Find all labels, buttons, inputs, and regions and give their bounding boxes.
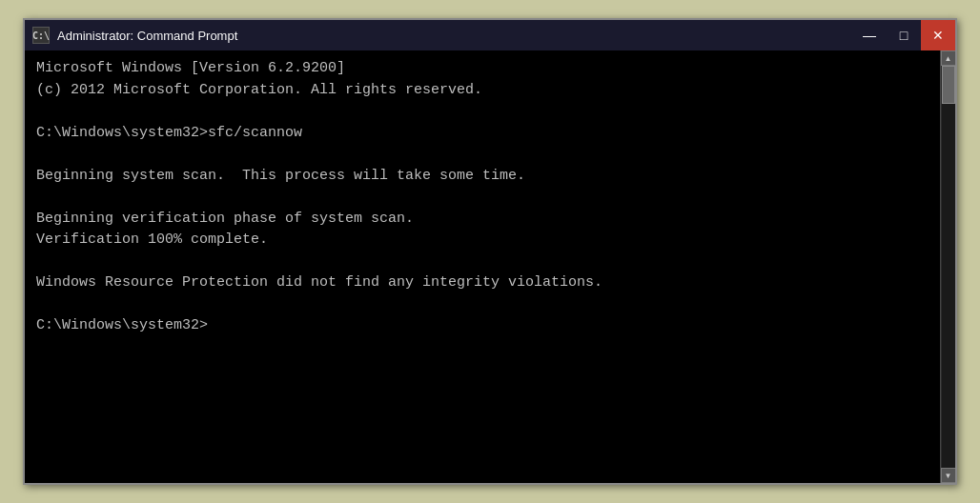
- terminal-line: Beginning system scan. This process will…: [36, 166, 929, 188]
- command-prompt-window: C:\ Administrator: Command Prompt — □ ✕ …: [23, 18, 957, 485]
- title-bar: C:\ Administrator: Command Prompt — □ ✕: [25, 20, 955, 50]
- title-controls: — □ ✕: [852, 20, 955, 50]
- scrollbar-thumb[interactable]: [942, 66, 955, 104]
- terminal-line: Microsoft Windows [Version 6.2.9200]: [36, 58, 929, 80]
- terminal-line: Verification 100% complete.: [36, 230, 929, 252]
- scroll-down-button[interactable]: ▼: [941, 468, 956, 483]
- terminal-line: Beginning verification phase of system s…: [36, 209, 929, 231]
- title-bar-left: C:\ Administrator: Command Prompt: [32, 27, 314, 44]
- terminal-line: [36, 187, 929, 209]
- window-title: Administrator: Command Prompt: [57, 29, 237, 43]
- scrollbar[interactable]: ▲ ▼: [940, 50, 955, 483]
- minimize-button[interactable]: —: [852, 20, 887, 50]
- cmd-icon: C:\: [32, 27, 50, 44]
- terminal-line: [36, 294, 929, 316]
- terminal-line: C:\Windows\system32>sfc/scannow: [36, 123, 929, 145]
- close-button[interactable]: ✕: [921, 20, 955, 50]
- terminal-line: [36, 144, 929, 166]
- terminal-line: [36, 101, 929, 123]
- terminal-line: (c) 2012 Microsoft Corporation. All righ…: [36, 80, 929, 102]
- scrollbar-track[interactable]: [942, 66, 955, 468]
- terminal-line: C:\Windows\system32>: [36, 315, 929, 337]
- maximize-button[interactable]: □: [887, 20, 921, 50]
- terminal-line: Windows Resource Protection did not find…: [36, 272, 929, 294]
- terminal-line: [36, 252, 929, 273]
- scroll-up-button[interactable]: ▲: [941, 50, 956, 66]
- terminal-output[interactable]: Microsoft Windows [Version 6.2.9200](c) …: [25, 50, 940, 483]
- window-body: Microsoft Windows [Version 6.2.9200](c) …: [25, 50, 955, 483]
